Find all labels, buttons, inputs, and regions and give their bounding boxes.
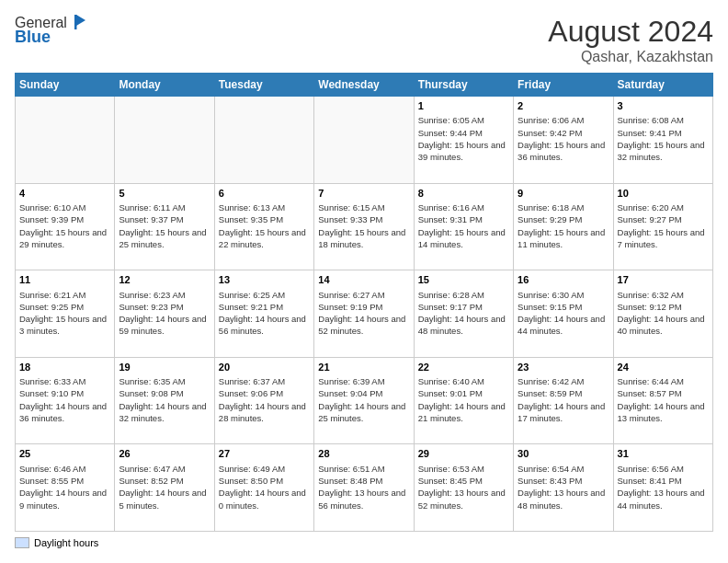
calendar-cell: 23Sunrise: 6:42 AMSunset: 8:59 PMDayligh… [514,357,613,444]
calendar-cell: 16Sunrise: 6:30 AMSunset: 9:15 PMDayligh… [514,270,613,358]
col-header-friday: Friday [514,74,613,97]
day-number: 25 [19,447,110,461]
day-number: 30 [518,447,609,461]
day-number: 29 [418,447,509,461]
calendar-cell: 12Sunrise: 6:23 AMSunset: 9:23 PMDayligh… [115,270,214,358]
day-info-line: Daylight: 14 hours and 21 minutes. [418,400,509,425]
day-number: 2 [518,99,609,113]
day-info-line: Sunset: 9:41 PM [618,127,709,139]
day-info-line: Sunset: 9:21 PM [219,301,310,313]
calendar-cell: 20Sunrise: 6:37 AMSunset: 9:06 PMDayligh… [214,357,313,444]
day-info-line: Sunset: 9:12 PM [618,301,709,313]
day-info-line: Sunrise: 6:32 AM [618,289,709,301]
day-info-line: Sunrise: 6:54 AM [518,463,609,475]
day-number: 21 [318,361,409,374]
day-info-line: Daylight: 13 hours and 44 minutes. [618,487,709,511]
day-number: 1 [418,99,509,113]
day-info-line: Sunrise: 6:10 AM [19,201,110,213]
day-number: 16 [518,273,609,287]
day-info-line: Sunrise: 6:15 AM [318,201,409,213]
day-number: 23 [518,361,609,374]
day-info-line: Sunset: 9:25 PM [19,301,110,313]
day-info-line: Sunset: 9:01 PM [418,387,509,399]
day-info-line: Sunset: 9:33 PM [318,213,409,225]
day-info-line: Sunset: 9:08 PM [119,387,210,399]
day-info-line: Daylight: 14 hours and 40 minutes. [618,313,709,338]
calendar-cell [16,97,115,184]
col-header-saturday: Saturday [613,74,712,97]
day-info-line: Daylight: 14 hours and 56 minutes. [219,313,310,338]
day-info-line: Daylight: 15 hours and 25 minutes. [119,226,210,251]
day-info-line: Sunrise: 6:46 AM [19,463,110,475]
calendar-table: SundayMondayTuesdayWednesdayThursdayFrid… [15,73,713,532]
day-info-line: Sunset: 9:31 PM [418,213,509,225]
day-number: 6 [219,187,310,201]
day-info-line: Sunset: 9:15 PM [518,301,609,313]
day-number: 5 [119,187,210,201]
calendar-cell: 18Sunrise: 6:33 AMSunset: 9:10 PMDayligh… [16,357,115,444]
day-info-line: Sunrise: 6:18 AM [518,201,609,213]
day-number: 20 [219,361,310,374]
calendar-cell: 24Sunrise: 6:44 AMSunset: 8:57 PMDayligh… [613,357,712,444]
col-header-wednesday: Wednesday [314,74,414,97]
day-number: 18 [19,361,110,374]
calendar-cell: 1Sunrise: 6:05 AMSunset: 9:44 PMDaylight… [414,97,513,184]
day-info-line: Sunrise: 6:51 AM [318,463,409,475]
day-info-line: Daylight: 15 hours and 7 minutes. [618,226,709,251]
day-info-line: Sunset: 9:29 PM [518,213,609,225]
day-info-line: Sunrise: 6:49 AM [219,463,310,475]
legend-label: Daylight hours [34,537,98,548]
calendar-cell [115,97,214,184]
calendar-cell: 11Sunrise: 6:21 AMSunset: 9:25 PMDayligh… [16,270,115,358]
calendar-cell: 10Sunrise: 6:20 AMSunset: 9:27 PMDayligh… [613,183,712,270]
day-info-line: Sunset: 9:35 PM [219,213,310,225]
title-block: August 2024 Qashar, Kazakhstan [548,15,713,65]
day-number: 9 [518,187,609,201]
calendar-cell: 4Sunrise: 6:10 AMSunset: 9:39 PMDaylight… [16,183,115,270]
day-info-line: Sunset: 9:04 PM [318,387,409,399]
calendar-cell: 6Sunrise: 6:13 AMSunset: 9:35 PMDaylight… [214,183,313,270]
day-number: 19 [119,361,210,374]
day-info-line: Daylight: 14 hours and 0 minutes. [219,487,310,511]
day-number: 15 [418,273,509,287]
day-number: 28 [318,447,409,461]
day-info-line: Daylight: 15 hours and 18 minutes. [318,226,409,251]
day-number: 4 [19,187,110,201]
day-number: 22 [418,361,509,374]
calendar-week-row: 1Sunrise: 6:05 AMSunset: 9:44 PMDaylight… [16,97,713,184]
day-info-line: Daylight: 15 hours and 39 minutes. [418,139,509,164]
day-info-line: Sunrise: 6:30 AM [518,289,609,301]
day-info-line: Daylight: 13 hours and 48 minutes. [518,487,609,511]
col-header-thursday: Thursday [414,74,513,97]
day-info-line: Sunset: 9:37 PM [119,213,210,225]
day-number: 12 [119,273,210,287]
day-number: 24 [618,361,709,374]
legend: Daylight hours [15,537,713,548]
day-info-line: Sunrise: 6:53 AM [418,463,509,475]
day-info-line: Sunrise: 6:13 AM [219,201,310,213]
day-info-line: Sunset: 8:45 PM [418,475,509,487]
svg-marker-0 [76,15,85,26]
calendar-cell: 15Sunrise: 6:28 AMSunset: 9:17 PMDayligh… [414,270,513,358]
day-info-line: Sunrise: 6:06 AM [518,114,609,126]
calendar-cell: 7Sunrise: 6:15 AMSunset: 9:33 PMDaylight… [314,183,414,270]
legend-color-box [15,537,29,548]
day-info-line: Daylight: 14 hours and 13 minutes. [618,400,709,425]
day-number: 10 [618,187,709,201]
day-info-line: Daylight: 13 hours and 52 minutes. [418,487,509,511]
calendar-cell: 22Sunrise: 6:40 AMSunset: 9:01 PMDayligh… [414,357,513,444]
calendar-week-row: 18Sunrise: 6:33 AMSunset: 9:10 PMDayligh… [16,357,713,444]
calendar-cell: 31Sunrise: 6:56 AMSunset: 8:41 PMDayligh… [613,444,712,532]
calendar-cell: 28Sunrise: 6:51 AMSunset: 8:48 PMDayligh… [314,444,414,532]
day-info-line: Daylight: 14 hours and 59 minutes. [119,313,210,338]
day-info-line: Sunset: 9:17 PM [418,301,509,313]
day-number: 8 [418,187,509,201]
logo-flag-icon [69,13,87,31]
day-info-line: Sunrise: 6:56 AM [618,463,709,475]
calendar-cell: 26Sunrise: 6:47 AMSunset: 8:52 PMDayligh… [115,444,214,532]
calendar-cell: 29Sunrise: 6:53 AMSunset: 8:45 PMDayligh… [414,444,513,532]
calendar-week-row: 11Sunrise: 6:21 AMSunset: 9:25 PMDayligh… [16,270,713,358]
calendar-cell: 19Sunrise: 6:35 AMSunset: 9:08 PMDayligh… [115,357,214,444]
day-info-line: Sunset: 9:44 PM [418,127,509,139]
calendar-cell: 2Sunrise: 6:06 AMSunset: 9:42 PMDaylight… [514,97,613,184]
